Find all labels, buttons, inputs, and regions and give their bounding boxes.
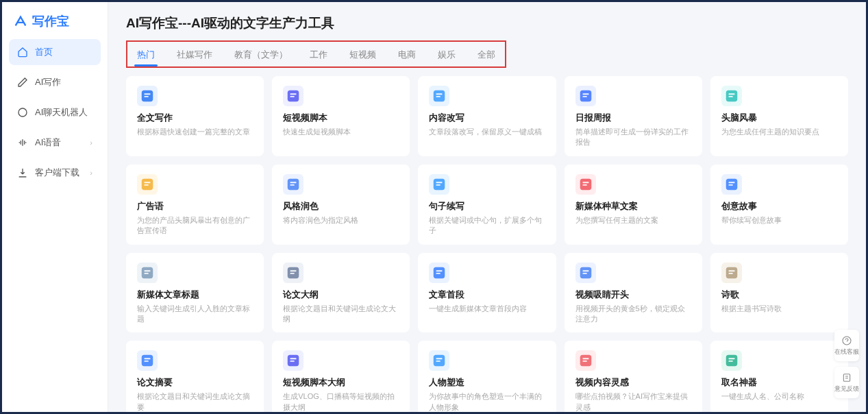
- tool-card-title: 视频吸睛开头: [575, 289, 691, 301]
- tool-card-title: 视频内容灵感: [575, 376, 691, 389]
- tab-4[interactable]: 短视频: [347, 45, 379, 65]
- idea-icon: [575, 350, 596, 371]
- nav-item-2[interactable]: AI聊天机器人: [9, 99, 101, 125]
- tool-card-11[interactable]: 论文大纲根据论文题目和关键词生成论文大纲: [272, 253, 410, 333]
- svg-rect-47: [144, 358, 150, 360]
- feedback-label: 意见反馈: [834, 385, 859, 393]
- svg-rect-21: [290, 184, 295, 186]
- brand-logo-icon: [13, 14, 28, 29]
- tool-card-7[interactable]: 句子续写根据关键词或中心句，扩展多个句子: [418, 165, 556, 245]
- tab-0[interactable]: 热门: [134, 45, 158, 65]
- tool-card-title: 人物塑造: [429, 376, 545, 389]
- tool-card-5[interactable]: 广告语为您的产品头脑风暴出有创意的广告宣传语: [126, 165, 264, 245]
- ad-icon: [137, 174, 158, 195]
- tool-card-desc: 为你故事中的角色塑造一个丰满的人物形象: [429, 391, 545, 412]
- tool-card-desc: 将内容润色为指定风格: [283, 215, 399, 226]
- tool-card-title: 句子续写: [429, 200, 545, 212]
- style-icon: [283, 174, 303, 195]
- brain-icon: [721, 86, 742, 106]
- tool-card-13[interactable]: 视频吸睛开头用视频开头的黄金5秒，锁定观众注意力: [565, 253, 702, 333]
- tool-card-16[interactable]: 短视频脚本大纲生成VLOG、口播稿等短视频的拍摄大纲: [272, 341, 410, 412]
- para-icon: [429, 263, 449, 283]
- story-icon: [721, 174, 742, 195]
- tool-card-10[interactable]: 新媒体文章标题输入关键词生成引人入胜的文章标题: [126, 253, 264, 333]
- tool-card-title: 内容改写: [429, 112, 545, 124]
- tool-card-2[interactable]: 内容改写文章段落改写，保留原义一键成稿: [418, 76, 556, 156]
- nav-item-label: 首页: [35, 46, 53, 58]
- svg-rect-33: [144, 273, 148, 274]
- tool-card-title: 文章首段: [429, 289, 545, 301]
- svg-rect-53: [436, 358, 443, 360]
- feedback-button[interactable]: 意见反馈: [834, 367, 859, 398]
- page-title: AI写作宝---AI驱动的文字生产力工具: [126, 14, 848, 32]
- tool-card-desc: 根据标题快速创建一篇完整的文章: [137, 127, 253, 137]
- svg-rect-24: [436, 184, 441, 186]
- svg-rect-35: [290, 270, 297, 271]
- download-icon: [17, 167, 28, 178]
- tab-2[interactable]: 教育（文学）: [232, 45, 290, 65]
- hook-icon: [575, 263, 596, 283]
- tool-card-title: 短视频脚本大纲: [283, 376, 399, 389]
- tool-card-desc: 快速生成短视频脚本: [283, 127, 399, 137]
- tool-card-title: 创意故事: [721, 200, 837, 212]
- sidebar: 写作宝 首页AI写作AI聊天机器人AI语音›客户端下载›: [2, 2, 108, 412]
- tool-card-desc: 根据主题书写诗歌: [721, 304, 837, 314]
- tool-card-15[interactable]: 论文摘要根据论文题目和关键词生成论文摘要: [126, 341, 264, 412]
- nav-item-3[interactable]: AI语音›: [9, 130, 101, 156]
- persona-icon: [429, 350, 449, 371]
- nav-item-label: 客户端下载: [35, 167, 79, 179]
- svg-rect-50: [290, 358, 297, 360]
- svg-rect-12: [582, 96, 586, 97]
- script-icon: [283, 350, 303, 371]
- tab-3[interactable]: 工作: [307, 45, 330, 65]
- tool-grid: 全文写作根据标题快速创建一篇完整的文章短视频脚本快速生成短视频脚本内容改写文章段…: [126, 76, 848, 412]
- nav-item-4[interactable]: 客户端下载›: [9, 160, 101, 186]
- online-help-label: 在线客服: [834, 348, 859, 356]
- tool-card-title: 取名神器: [721, 376, 837, 389]
- tool-card-6[interactable]: 风格润色将内容润色为指定风格: [272, 165, 410, 245]
- play-icon: [283, 86, 303, 106]
- tool-card-desc: 一键生成新媒体文章首段内容: [429, 304, 545, 314]
- svg-rect-2: [144, 93, 150, 95]
- svg-rect-39: [436, 273, 441, 274]
- tool-card-1[interactable]: 短视频脚本快速生成短视频脚本: [272, 76, 410, 156]
- tool-card-12[interactable]: 文章首段一键生成新媒体文章首段内容: [418, 253, 556, 333]
- tool-card-17[interactable]: 人物塑造为你故事中的角色塑造一个丰满的人物形象: [418, 341, 556, 412]
- tool-card-desc: 根据关键词或中心句，扩展多个句子: [429, 215, 545, 236]
- online-help-button[interactable]: 在线客服: [834, 330, 859, 361]
- tool-card-title: 新媒体种草文案: [575, 200, 691, 212]
- tool-card-desc: 文章段落改写，保留原义一键成稿: [429, 127, 545, 137]
- tool-card-9[interactable]: 创意故事帮你续写创意故事: [710, 165, 848, 245]
- tool-card-8[interactable]: 新媒体种草文案为您撰写任何主题的文案: [565, 165, 702, 245]
- tab-5[interactable]: 电商: [395, 45, 419, 65]
- tool-card-title: 新媒体文章标题: [137, 289, 253, 301]
- nav-item-0[interactable]: 首页: [9, 39, 101, 65]
- svg-rect-3: [144, 96, 148, 97]
- tool-card-3[interactable]: 日报周报简单描述即可生成一份详实的工作报告: [565, 76, 702, 156]
- svg-rect-56: [582, 358, 588, 360]
- svg-rect-11: [582, 93, 588, 95]
- tool-card-desc: 为您的产品头脑风暴出有创意的广告宣传语: [137, 215, 253, 236]
- tool-card-desc: 帮你续写创意故事: [721, 215, 837, 226]
- title-icon: [137, 263, 158, 283]
- nav-item-label: AI聊天机器人: [35, 106, 88, 119]
- tool-card-14[interactable]: 诗歌根据主题书写诗歌: [710, 253, 848, 333]
- nav-item-1[interactable]: AI写作: [9, 69, 101, 95]
- tool-card-desc: 为您撰写任何主题的文案: [575, 215, 691, 226]
- svg-rect-60: [728, 361, 732, 362]
- tool-card-desc: 用视频开头的黄金5秒，锁定观众注意力: [575, 304, 691, 325]
- category-tabs: 热门社媒写作教育（文学）工作短视频电商娱乐全部: [126, 40, 506, 68]
- tool-card-19[interactable]: 取名神器一键生成人名、公司名称: [710, 341, 848, 412]
- nav-list: 首页AI写作AI聊天机器人AI语音›客户端下载›: [2, 39, 108, 186]
- tab-6[interactable]: 娱乐: [435, 45, 458, 65]
- float-toolbar: 在线客服 意见反馈: [834, 330, 859, 398]
- svg-rect-42: [582, 273, 586, 274]
- tab-7[interactable]: 全部: [475, 45, 498, 65]
- tool-card-0[interactable]: 全文写作根据标题快速创建一篇完整的文章: [126, 76, 264, 156]
- brand-name: 写作宝: [32, 13, 69, 29]
- poem-icon: [721, 263, 742, 283]
- tab-1[interactable]: 社媒写作: [174, 45, 215, 65]
- tool-card-4[interactable]: 头脑风暴为您生成任何主题的知识要点: [710, 76, 848, 156]
- tool-card-18[interactable]: 视频内容灵感哪些点拍视频？让AI写作宝来提供灵感: [565, 341, 702, 412]
- svg-rect-29: [728, 182, 734, 183]
